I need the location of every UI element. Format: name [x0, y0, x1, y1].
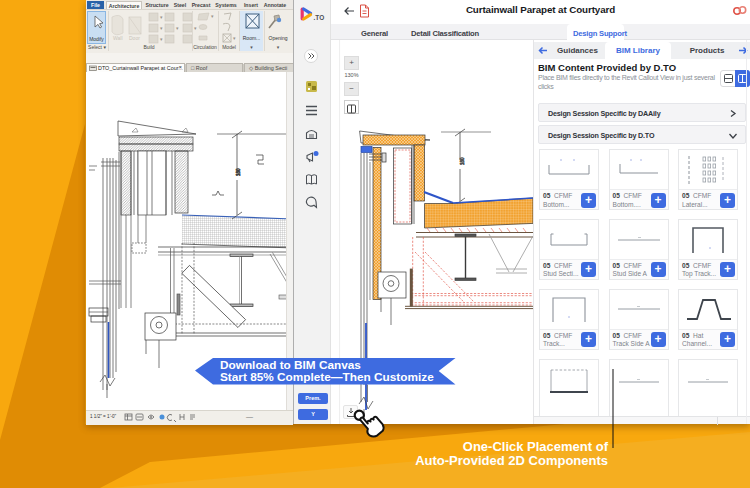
svg-text:Start 85% Complete—Then Custom: Start 85% Complete—Then Customize [220, 370, 434, 384]
svg-text:Auto-Provided 2D Components: Auto-Provided 2D Components [415, 453, 608, 468]
